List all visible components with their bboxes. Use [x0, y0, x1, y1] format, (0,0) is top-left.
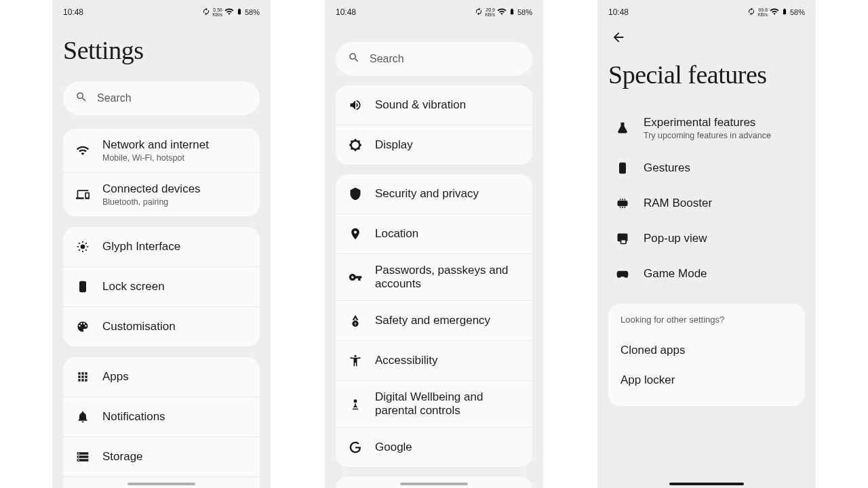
item-experimental-features[interactable]: Experimental featuresTry upcoming featur…: [610, 106, 804, 150]
key-icon: [348, 270, 363, 285]
back-row: [608, 22, 805, 53]
item-title: Customisation: [102, 320, 176, 333]
item-connected-devices[interactable]: Connected devicesBluetooth, pairing: [63, 173, 260, 216]
item-title: Pop-up view: [644, 232, 707, 245]
svg-point-2: [82, 286, 83, 287]
gestures-icon: [615, 161, 630, 176]
item-google[interactable]: Google: [336, 428, 532, 467]
item-app-locker[interactable]: App locker: [620, 365, 793, 395]
svg-point-3: [354, 400, 356, 402]
battery-icon: [236, 7, 243, 18]
item-title: RAM Booster: [644, 197, 712, 210]
settings-group-network: Network and internetMobile, Wi-Fi, hotsp…: [63, 129, 260, 216]
settings-group-sound: Sound & vibration Display: [336, 85, 532, 165]
phone-screen-3: 10:48 69.8KB/s 58% Special features Expe…: [597, 0, 816, 488]
item-title: Network and internet: [102, 138, 209, 152]
svg-rect-11: [618, 201, 627, 206]
item-title: Lock screen: [102, 280, 165, 293]
content: Settings Search Network and internetMobi…: [52, 22, 271, 488]
status-time: 10:48: [608, 7, 629, 17]
phone-screen-2: 10:48 20.9KB/s 58% Search Sound & vibrat…: [325, 0, 543, 488]
back-button[interactable]: [611, 30, 626, 45]
location-icon: [348, 226, 363, 241]
rotation-icon: [747, 7, 755, 17]
item-customisation[interactable]: Customisation: [63, 307, 260, 346]
battery-percent: 58%: [517, 8, 532, 16]
item-title: Passwords, passkeys and accounts: [375, 264, 520, 291]
status-bar: 10:48 0.56KB/s 58%: [52, 0, 271, 22]
scroll-indicator: [127, 483, 195, 485]
svg-rect-13: [621, 240, 627, 244]
item-gestures[interactable]: Gestures: [610, 150, 804, 186]
ram-icon: [615, 196, 630, 211]
item-safety-emergency[interactable]: Safety and emergency: [336, 301, 532, 341]
item-sub: Bluetooth, pairing: [102, 197, 201, 207]
safety-icon: [348, 313, 363, 328]
search-icon: [75, 91, 87, 106]
settings-group-privacy: Security and privacy Location Passwords,…: [336, 174, 532, 467]
status-time: 10:48: [336, 7, 356, 17]
item-title: Security and privacy: [375, 187, 479, 201]
item-sound-vibration[interactable]: Sound & vibration: [336, 85, 532, 125]
network-speed: 69.8KB/s: [757, 7, 768, 17]
status-bar: 10:48 20.9KB/s 58%: [325, 0, 543, 22]
item-apps[interactable]: Apps: [63, 357, 260, 397]
item-title: Sound & vibration: [375, 98, 466, 112]
other-settings-title: Looking for other settings?: [620, 314, 793, 325]
item-title: Storage: [102, 450, 143, 464]
popup-icon: [615, 231, 630, 246]
item-passwords[interactable]: Passwords, passkeys and accounts: [336, 254, 532, 301]
display-icon: [348, 138, 363, 152]
wifi-icon: [770, 7, 779, 18]
status-right: 69.8KB/s 58%: [747, 7, 805, 18]
item-game-mode[interactable]: Game Mode: [610, 256, 804, 291]
rotation-icon: [202, 7, 210, 17]
item-network-internet[interactable]: Network and internetMobile, Wi-Fi, hotsp…: [63, 129, 260, 173]
item-title: Gestures: [644, 161, 690, 175]
item-notifications[interactable]: Notifications: [63, 397, 260, 437]
wifi-icon: [224, 7, 234, 18]
item-cloned-apps[interactable]: Cloned apps: [620, 336, 793, 365]
apps-icon: [75, 369, 90, 384]
status-right: 20.9KB/s 58%: [475, 7, 532, 18]
item-ram-booster[interactable]: RAM Booster: [610, 186, 804, 221]
search-icon: [348, 52, 360, 66]
item-title: Display: [375, 138, 413, 152]
item-title: Notifications: [102, 410, 165, 424]
rotation-icon: [475, 7, 483, 17]
item-location[interactable]: Location: [336, 214, 532, 254]
battery-percent: 58%: [245, 8, 260, 16]
status-right: 0.56KB/s 58%: [202, 7, 260, 18]
security-icon: [348, 186, 363, 201]
search-placeholder: Search: [97, 92, 132, 104]
other-settings-card: Looking for other settings? Cloned apps …: [608, 304, 805, 406]
item-title: Connected devices: [102, 182, 201, 196]
scroll-indicator: [400, 483, 468, 485]
item-display[interactable]: Display: [336, 125, 532, 165]
content: Search Sound & vibration Display Securit…: [325, 22, 543, 488]
customisation-icon: [75, 319, 90, 334]
page-title: Special features: [608, 60, 805, 89]
item-title: Safety and emergency: [375, 314, 490, 327]
status-bar: 10:48 69.8KB/s 58%: [597, 0, 816, 22]
item-digital-wellbeing[interactable]: Digital Wellbeing and parental controls: [336, 381, 532, 428]
network-speed: 0.56KB/s: [212, 7, 222, 17]
status-time: 10:48: [63, 7, 83, 17]
settings-group-interface: Glyph Interface Lock screen Customisatio…: [63, 227, 260, 346]
content: Special features Experimental featuresTr…: [597, 22, 816, 488]
item-popup-view[interactable]: Pop-up view: [610, 221, 804, 256]
item-title: Location: [375, 227, 418, 241]
lock-icon: [75, 279, 90, 294]
item-glyph-interface[interactable]: Glyph Interface: [63, 227, 260, 267]
item-security-privacy[interactable]: Security and privacy: [336, 174, 532, 214]
item-lock-screen[interactable]: Lock screen: [63, 267, 260, 307]
item-title: Apps: [102, 370, 129, 384]
item-title: Accessibility: [375, 354, 438, 367]
search-bar[interactable]: Search: [336, 42, 532, 76]
battery-percent: 58%: [790, 8, 805, 16]
item-accessibility[interactable]: Accessibility: [336, 341, 532, 381]
svg-point-0: [81, 245, 85, 249]
search-bar[interactable]: Search: [63, 81, 260, 115]
battery-icon: [509, 7, 515, 18]
item-storage[interactable]: Storage: [63, 437, 260, 477]
